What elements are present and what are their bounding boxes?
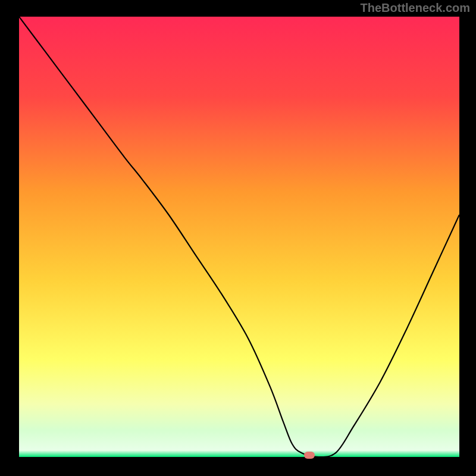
- heatmap-background: [19, 17, 459, 457]
- bottleneck-chart: [19, 17, 459, 457]
- optimal-marker: [304, 452, 315, 459]
- chart-frame: TheBottleneck.com: [0, 0, 476, 476]
- watermark-text: TheBottleneck.com: [361, 1, 470, 15]
